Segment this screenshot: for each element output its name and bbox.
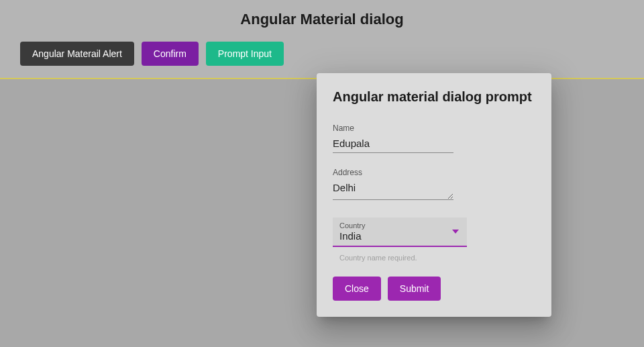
button-row: Angular Materail Alert Confirm Prompt In… (0, 42, 644, 66)
page-title: Angular Material dialog (0, 5, 644, 28)
dialog-actions: Close Submit (333, 277, 535, 301)
prompt-input-button[interactable]: Prompt Input (206, 42, 284, 66)
address-input[interactable]: Delhi (333, 180, 453, 200)
name-label: Name (333, 123, 535, 133)
country-value: India (339, 230, 460, 246)
page-header: Angular Material dialog Angular Materail… (0, 0, 644, 79)
address-label: Address (333, 168, 535, 177)
confirm-button[interactable]: Confirm (142, 42, 199, 66)
close-button[interactable]: Close (333, 277, 381, 301)
name-field: Name (333, 123, 535, 153)
country-label: Country (339, 221, 460, 230)
country-field: Country India Country name required. (333, 217, 535, 262)
country-hint: Country name required. (339, 254, 535, 262)
prompt-dialog: Angular material dialog prompt Name Addr… (317, 73, 551, 317)
alert-button[interactable]: Angular Materail Alert (20, 42, 134, 66)
name-input[interactable] (333, 136, 453, 153)
chevron-down-icon (452, 230, 459, 234)
dialog-title: Angular material dialog prompt (333, 89, 535, 105)
submit-button[interactable]: Submit (388, 277, 441, 301)
address-field: Address Delhi (333, 168, 535, 203)
country-select[interactable]: Country India (333, 217, 467, 247)
